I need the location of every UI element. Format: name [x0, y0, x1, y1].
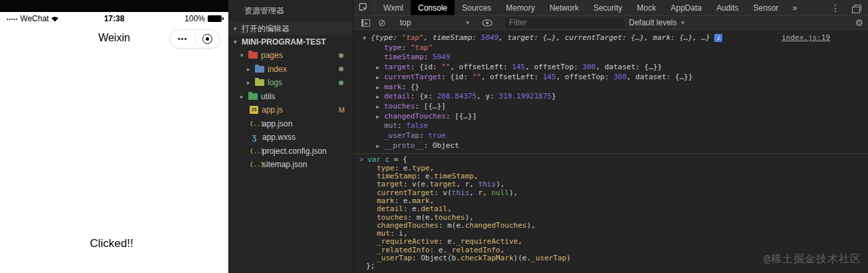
- inspect-element-button[interactable]: [353, 0, 373, 15]
- more-tabs-button[interactable]: »: [786, 0, 804, 15]
- console-line: ▶currentTarget: {id: "", offsetLeft: 145…: [353, 73, 868, 83]
- chevron-down-icon: ▾: [234, 39, 242, 45]
- file-label: app.wxss: [262, 133, 296, 142]
- open-editors-label: 打开的编辑器: [242, 23, 290, 35]
- inspect-icon: [358, 3, 368, 13]
- record-circle-icon: [202, 34, 212, 44]
- clear-console-button[interactable]: ⊘: [374, 18, 390, 27]
- open-editors-section[interactable]: ▾ 打开的编辑器: [228, 22, 353, 35]
- context-value: top: [400, 18, 411, 27]
- git-status-dot: [339, 53, 343, 58]
- file-label: sitemap.json: [262, 160, 307, 169]
- chevron-down-icon: ▾: [234, 25, 242, 32]
- tab-sensor[interactable]: Sensor: [746, 0, 786, 15]
- info-icon[interactable]: i: [714, 34, 722, 42]
- eye-icon: [482, 19, 493, 27]
- collapse-arrow-icon[interactable]: ▶: [376, 73, 379, 83]
- folder-icon: [248, 93, 258, 100]
- explorer-title: 资源管理器: [228, 3, 353, 22]
- phone-simulator: ••••• WeChat 17:38 100% Weixin ••• Click…: [0, 0, 228, 273]
- console-line: timeStamp: 5049: [353, 53, 868, 63]
- collapse-arrow-icon[interactable]: ▶: [376, 83, 379, 93]
- filter-input[interactable]: [505, 18, 624, 28]
- file-label: logs: [268, 78, 282, 87]
- clicked-text: Clicked!!: [90, 237, 133, 250]
- folder-icon: [255, 79, 264, 86]
- console-code-line: changedTouches: m(e.changedTouches),: [353, 222, 868, 230]
- wechat-devtools-window: ••••• WeChat 17:38 100% Weixin ••• Click…: [0, 0, 868, 273]
- javascript-file-icon: JS: [250, 106, 258, 114]
- capsule-buttons: •••: [170, 29, 220, 49]
- console-sidebar-toggle-button[interactable]: ▶: [357, 19, 374, 27]
- file-label: pages: [261, 51, 283, 60]
- tree-item-sitemap.json[interactable]: {..}sitemap.json: [228, 158, 353, 172]
- log-levels-select[interactable]: Default levels ▼: [629, 18, 686, 27]
- menu-dots-button[interactable]: •••: [170, 35, 195, 43]
- collapse-arrow-icon[interactable]: ▶: [376, 63, 379, 73]
- tree-item-index[interactable]: ▸index: [228, 63, 353, 77]
- live-expression-button[interactable]: [478, 19, 497, 27]
- console-line: _userTap: true: [353, 131, 868, 141]
- console-line: ▶target: {id: "", offsetLeft: 145, offse…: [353, 63, 868, 73]
- tab-memory[interactable]: Memory: [499, 0, 542, 15]
- console-line: ▶detail: {x: 208.84375, y: 310.19921875}: [353, 92, 868, 102]
- tree-item-app.json[interactable]: {..}app.json: [228, 117, 353, 131]
- collapse-arrow-icon[interactable]: ▶: [376, 113, 379, 123]
- source-link[interactable]: index.js:19: [781, 33, 830, 43]
- chevron-down-icon: ▼: [465, 20, 471, 26]
- tree-item-utils[interactable]: ▸utils: [228, 90, 353, 104]
- project-root-label: MINI-PROGRAM-TEST: [242, 37, 326, 47]
- chevron-right-icon: ▸: [247, 66, 255, 73]
- tree-item-project.config.json[interactable]: {..}project.config.json: [228, 144, 353, 158]
- tab-sources[interactable]: Sources: [455, 0, 499, 15]
- tree-item-app.js[interactable]: JSapp.jsM: [228, 103, 353, 117]
- battery-status: 100%: [184, 14, 222, 23]
- devtools-tabs: WxmlConsoleSourcesMemoryNetworkSecurityM…: [376, 0, 786, 15]
- chevron-right-icon: ▸: [240, 93, 248, 100]
- tree-item-app.wxss[interactable]: ʒapp.wxss: [228, 131, 353, 144]
- json-file-icon: {..}: [250, 161, 259, 168]
- simulator-top-bar: [0, 0, 228, 12]
- console-settings-button[interactable]: ⚙: [855, 17, 863, 28]
- console-line: ▶changedTouches: [{…}]: [353, 112, 868, 122]
- devtools-tab-bar: WxmlConsoleSourcesMemoryNetworkSecurityM…: [353, 0, 868, 16]
- file-label: index: [268, 65, 287, 74]
- console-toolbar: ▶ ⊘ top ▼ Default levels ▼ ⚙: [353, 16, 868, 30]
- console-line: mut: false: [353, 121, 868, 131]
- battery-icon: [208, 15, 222, 22]
- collapse-arrow-icon[interactable]: ▶: [376, 142, 379, 152]
- collapse-arrow-icon[interactable]: ▶: [376, 103, 379, 113]
- tab-wxml[interactable]: Wxml: [376, 0, 411, 15]
- more-options-icon[interactable]: ⋮: [824, 3, 847, 13]
- tree-item-logs[interactable]: ▸logs: [228, 76, 353, 90]
- battery-percent: 100%: [184, 14, 205, 23]
- console-line: ▶mark: {}: [353, 83, 868, 93]
- tree-item-pages[interactable]: ▾pages: [228, 49, 353, 63]
- tab-network[interactable]: Network: [542, 0, 586, 15]
- chevron-down-icon: ▼: [680, 20, 686, 26]
- prompt-chevron-icon: >: [359, 156, 363, 164]
- expand-arrow-icon[interactable]: ▼: [363, 34, 366, 44]
- tab-appdata[interactable]: AppData: [663, 0, 709, 15]
- console-line: ▼{type: "tap", timeStamp: 5049, target: …: [353, 33, 868, 43]
- git-status-dot: [339, 67, 343, 71]
- devtools-panel: WxmlConsoleSourcesMemoryNetworkSecurityM…: [353, 0, 868, 273]
- file-label: app.js: [262, 105, 283, 115]
- git-status-dot: [339, 81, 343, 85]
- tab-security[interactable]: Security: [586, 0, 629, 15]
- wxss-file-icon: ʒ: [250, 134, 259, 140]
- console-line: ▶touches: [{…}]: [353, 102, 868, 112]
- undock-window-icon[interactable]: [854, 5, 861, 11]
- tab-mock[interactable]: Mock: [630, 0, 664, 15]
- tab-console[interactable]: Console: [411, 0, 455, 15]
- tab-audits[interactable]: Audits: [709, 0, 746, 15]
- execution-context-select[interactable]: top ▼: [393, 18, 475, 27]
- folder-icon: [255, 66, 264, 73]
- console-line: type: "tap": [353, 43, 868, 53]
- collapse-arrow-icon[interactable]: ▶: [376, 93, 379, 103]
- project-root-item[interactable]: ▾ MINI-PROGRAM-TEST: [228, 35, 353, 49]
- explorer-panel: 资源管理器 ▾ 打开的编辑器 ▾ MINI-PROGRAM-TEST ▾page…: [228, 0, 353, 273]
- file-label: project.config.json: [262, 146, 327, 156]
- close-record-button[interactable]: [196, 34, 220, 44]
- file-tree: ▾pages▸index▸logs▸utilsJSapp.jsM{..}app.…: [228, 49, 353, 172]
